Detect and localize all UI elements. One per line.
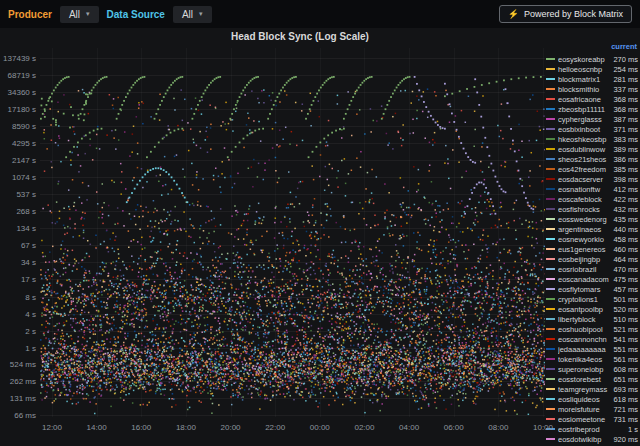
legend-row[interactable]: eosswedenorg 435 ms [546, 214, 638, 224]
series-name[interactable]: eosantpoolbp [558, 305, 611, 314]
series-name[interactable]: eoshuobipool [558, 325, 611, 334]
series-color-swatch [546, 138, 555, 140]
y-axis-tick-label: 134 s [0, 224, 36, 233]
x-axis-tick-label: 14:00 [87, 423, 107, 432]
series-name[interactable]: eos42freedom [558, 165, 611, 174]
legend-row[interactable]: eosliquideos 618 ms [546, 394, 638, 404]
legend-current-header[interactable]: current [546, 42, 638, 54]
legend-row[interactable]: argentinaeos 440 ms [546, 224, 638, 234]
series-name[interactable]: eosyskoreabp [558, 55, 611, 64]
legend-row[interactable]: zbeosbp11111 368 ms [546, 104, 638, 114]
series-name[interactable]: cryptolions1 [558, 295, 611, 304]
series-name[interactable]: libertyblock [558, 315, 611, 324]
datasource-dropdown[interactable]: All ▾ [173, 6, 212, 23]
series-name[interactable]: superoneiobp [558, 365, 611, 374]
series-name[interactable]: eosbeijingbp [558, 255, 611, 264]
top-bar: Producer All ▾ Data Source All ▾ ⚡ Power… [0, 0, 640, 28]
legend-row[interactable]: eosdublinwow 389 ms [546, 144, 638, 154]
series-name[interactable]: eus1genereos [558, 245, 611, 254]
series-current-value: 541 ms [613, 335, 638, 344]
legend-row[interactable]: eoscafeblock 422 ms [546, 194, 638, 204]
series-name[interactable]: eosbixinboot [558, 125, 611, 134]
series-name[interactable]: eosfishrocks [558, 205, 611, 214]
legend-row[interactable]: eus1genereos 460 ms [546, 244, 638, 254]
series-name[interactable]: eosflytomars [558, 285, 611, 294]
series-name[interactable]: blockmatrix1 [558, 75, 611, 84]
legend-row[interactable]: moreisfuture 721 ms [546, 404, 638, 414]
series-name[interactable]: teamgreymass [558, 385, 611, 394]
series-name[interactable]: cypherglasss [558, 115, 611, 124]
series-name[interactable]: eoscafeblock [558, 195, 611, 204]
legend-row[interactable]: cypherglasss 387 ms [546, 114, 638, 124]
legend-row[interactable]: eosantpoolbp 520 ms [546, 304, 638, 314]
producer-dropdown[interactable]: All ▾ [60, 6, 99, 23]
legend-row[interactable]: eosdacserver 398 ms [546, 174, 638, 184]
series-name[interactable]: eosafricaone [558, 95, 611, 104]
series-current-value: 371 ms [613, 125, 638, 134]
series-name[interactable]: helloeoscnbp [558, 65, 611, 74]
series-current-value: 432 ms [613, 205, 638, 214]
series-name[interactable]: eosstorebest [558, 375, 611, 384]
series-current-value: 368 ms [613, 95, 638, 104]
series-current-value: 422 ms [613, 195, 638, 204]
series-name[interactable]: argentinaeos [558, 225, 611, 234]
series-name[interactable]: eosdublinwow [558, 145, 611, 154]
powered-by-button[interactable]: ⚡ Powered by Block Matrix [499, 5, 632, 23]
series-name[interactable]: eosdacserver [558, 175, 611, 184]
series-color-swatch [546, 388, 555, 390]
legend-row[interactable]: eosnewyorkio 458 ms [546, 234, 638, 244]
legend-row[interactable]: eosafricaone 368 ms [546, 94, 638, 104]
legend-row[interactable]: eosstorebest 651 ms [546, 374, 638, 384]
series-name[interactable]: eosliquideos [558, 395, 611, 404]
legend-row[interactable]: eosbeijingbp 464 ms [546, 254, 638, 264]
legend-row[interactable]: eosfishrocks 432 ms [546, 204, 638, 214]
y-axis-tick-label: 137439 s [0, 54, 36, 63]
series-name[interactable]: eosdotwikibp [558, 435, 611, 444]
legend-row[interactable]: eosyskoreabp 270 ms [546, 54, 638, 64]
legend-row[interactable]: eoscannonchn 541 ms [546, 334, 638, 344]
legend-row[interactable]: sheos21sheos 386 ms [546, 154, 638, 164]
series-name[interactable]: eosnationftw [558, 185, 611, 194]
series-name[interactable]: eosnewyorkio [558, 235, 611, 244]
legend-row[interactable]: blocksmithio 337 ms [546, 84, 638, 94]
legend-row[interactable]: eosflytomars 457 ms [546, 284, 638, 294]
legend-row[interactable]: blockmatrix1 281 ms [546, 74, 638, 84]
legend-row[interactable]: libertyblock 510 ms [546, 314, 638, 324]
series-name[interactable]: jedaaaaaaaaa [558, 345, 611, 354]
legend-row[interactable]: jedaaaaaaaaa 551 ms [546, 344, 638, 354]
legend-row[interactable]: eosiomeetone 731 ms [546, 414, 638, 424]
series-name[interactable]: eosiomeetone [558, 415, 611, 424]
series-name[interactable]: blocksmithio [558, 85, 611, 94]
series-name[interactable]: eosswedenorg [558, 215, 611, 224]
legend-row[interactable]: eosbixinboot 371 ms [546, 124, 638, 134]
y-axis-tick-label: 66 ms [0, 411, 36, 420]
series-name[interactable]: moreisfuture [558, 405, 611, 414]
series-name[interactable]: eostribeprod [558, 425, 626, 434]
panel-title[interactable]: Head Block Sync (Log Scale) [0, 31, 600, 42]
series-name[interactable]: eosriobrazil [558, 265, 611, 274]
legend-row[interactable]: eosnationftw 412 ms [546, 184, 638, 194]
series-name[interactable]: eoscannonchn [558, 335, 611, 344]
series-current-value: 470 ms [613, 265, 638, 274]
series-name[interactable]: sheos21sheos [558, 155, 611, 164]
legend-row[interactable]: eosdotwikibp 920 ms [546, 434, 638, 444]
series-color-swatch [546, 238, 555, 240]
series-color-swatch [546, 378, 555, 380]
series-name[interactable]: tokenika4eos [558, 355, 611, 364]
legend-row[interactable]: eoshuobipool 521 ms [546, 324, 638, 334]
series-name[interactable]: eoscanadacom [558, 275, 611, 284]
legend-row[interactable]: helloeoscnbp 254 ms [546, 64, 638, 74]
series-name[interactable]: zbeosbp11111 [558, 105, 611, 114]
x-axis-tick-label: 18:00 [176, 423, 196, 432]
scatter-plot-canvas[interactable] [40, 42, 545, 418]
legend-row[interactable]: eosriobrazil 470 ms [546, 264, 638, 274]
legend-row[interactable]: eos42freedom 385 ms [546, 164, 638, 174]
legend-row[interactable]: eostribeprod 1 s [546, 424, 638, 434]
series-name[interactable]: hkeoshkeosbp [558, 135, 611, 144]
legend-row[interactable]: cryptolions1 501 ms [546, 294, 638, 304]
legend-row[interactable]: superoneiobp 608 ms [546, 364, 638, 374]
legend-row[interactable]: eoscanadacom 475 ms [546, 274, 638, 284]
legend-row[interactable]: hkeoshkeosbp 383 ms [546, 134, 638, 144]
legend-row[interactable]: tokenika4eos 561 ms [546, 354, 638, 364]
legend-row[interactable]: teamgreymass 693 ms [546, 384, 638, 394]
